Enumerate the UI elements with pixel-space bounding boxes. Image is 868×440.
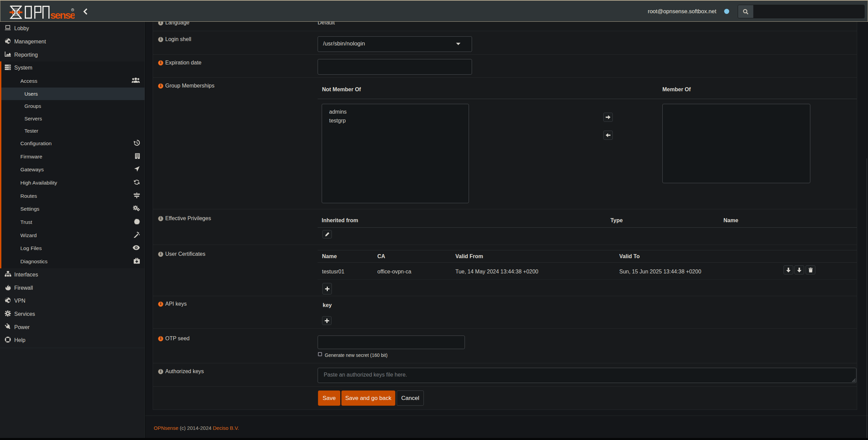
svg-text:R: R [72,8,74,11]
svg-text:sense: sense [50,9,75,20]
